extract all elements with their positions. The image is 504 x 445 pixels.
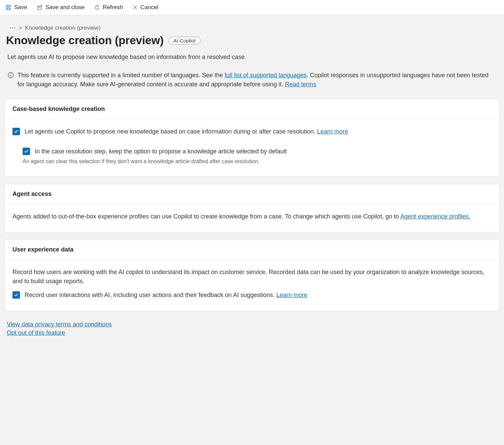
case-based-option-2: In the case resolution step, keep the op…	[23, 147, 492, 156]
ux-learn-more-link[interactable]: Learn more	[276, 292, 307, 298]
ux-data-title: User experience data	[5, 240, 499, 260]
refresh-icon	[94, 4, 100, 10]
save-label: Save	[14, 4, 27, 11]
info-icon	[7, 72, 14, 81]
command-bar: Save Save and close Refresh Cancel	[0, 0, 504, 15]
save-close-label: Save and close	[46, 4, 85, 11]
agent-access-text: Agents added to out-of-the-box experienc…	[12, 213, 400, 220]
svg-rect-0	[6, 5, 11, 10]
ai-copilot-badge: AI Copilot	[169, 37, 201, 44]
case-based-nested: In the case resolution step, keep the op…	[23, 147, 492, 166]
agent-access-card: Agent access Agents added to out-of-the-…	[5, 184, 499, 232]
agent-experience-profiles-link[interactable]: Agent experience profiles.	[400, 213, 470, 220]
breadcrumb-separator: >	[19, 25, 22, 31]
privacy-terms-link[interactable]: View data privacy terms and conditions	[7, 321, 112, 328]
supported-languages-link[interactable]: full list of supported languages	[225, 72, 306, 79]
save-close-icon	[37, 4, 43, 10]
svg-point-4	[10, 73, 11, 74]
case-based-checkbox-1[interactable]	[12, 128, 20, 135]
save-icon	[5, 4, 11, 10]
ux-record-option: Record user interactions with AI, includ…	[12, 291, 492, 300]
ux-record-label: Record user interactions with AI, includ…	[25, 292, 276, 298]
breadcrumb-ellipsis[interactable]: ···	[9, 25, 16, 31]
case-based-title: Case-based knowledge creation	[5, 99, 499, 119]
case-based-body: Let agents use Copilot to propose new kn…	[5, 119, 499, 176]
ux-data-text: Record how users are working with the AI…	[12, 268, 492, 286]
ux-record-text: Record user interactions with AI, includ…	[25, 291, 307, 300]
case-based-card: Case-based knowledge creation Let agents…	[5, 99, 499, 177]
case-based-option-1-label: Let agents use Copilot to propose new kn…	[25, 128, 317, 135]
case-based-option-1-text: Let agents use Copilot to propose new kn…	[25, 127, 348, 136]
language-notice: This feature is currently supported in a…	[7, 71, 497, 89]
read-terms-link[interactable]: Read terms	[285, 81, 316, 88]
save-close-button[interactable]: Save and close	[35, 3, 86, 12]
case-based-learn-more-link[interactable]: Learn more	[317, 128, 348, 135]
notice-pre: This feature is currently supported in a…	[18, 72, 225, 79]
breadcrumb-current: Knowledge creation (preview)	[25, 25, 100, 31]
opt-out-link[interactable]: Opt out of this feature	[7, 329, 65, 336]
cancel-button[interactable]: Cancel	[131, 3, 160, 12]
refresh-button[interactable]: Refresh	[93, 3, 124, 12]
ux-data-card: User experience data Record how users ar…	[5, 240, 499, 311]
case-based-option-2-text: In the case resolution step, keep the op…	[35, 147, 287, 156]
agent-access-body: Agents added to out-of-the-box experienc…	[5, 204, 499, 232]
page-content: ··· > Knowledge creation (preview) Knowl…	[0, 15, 504, 351]
close-icon	[132, 5, 138, 10]
ux-record-checkbox[interactable]	[12, 291, 20, 299]
language-notice-text: This feature is currently supported in a…	[18, 71, 497, 89]
save-button[interactable]: Save	[4, 3, 29, 12]
page-title: Knowledge creation (preview)	[6, 34, 164, 47]
case-based-option-2-label: In the case resolution step, keep the op…	[35, 148, 287, 155]
case-based-checkbox-2[interactable]	[23, 148, 30, 155]
case-based-option-2-helper: An agent can clear this selection if the…	[23, 157, 492, 166]
footer-links: View data privacy terms and conditions O…	[7, 321, 499, 336]
cancel-label: Cancel	[141, 4, 158, 11]
ux-data-body: Record how users are working with the AI…	[5, 260, 499, 310]
page-header: Knowledge creation (preview) AI Copilot	[6, 34, 499, 47]
breadcrumb: ··· > Knowledge creation (preview)	[9, 25, 499, 31]
refresh-label: Refresh	[103, 4, 123, 11]
case-based-option-1: Let agents use Copilot to propose new kn…	[12, 127, 492, 136]
agent-access-title: Agent access	[5, 184, 499, 204]
page-subtitle: Let agents use AI to propose new knowled…	[7, 54, 499, 61]
